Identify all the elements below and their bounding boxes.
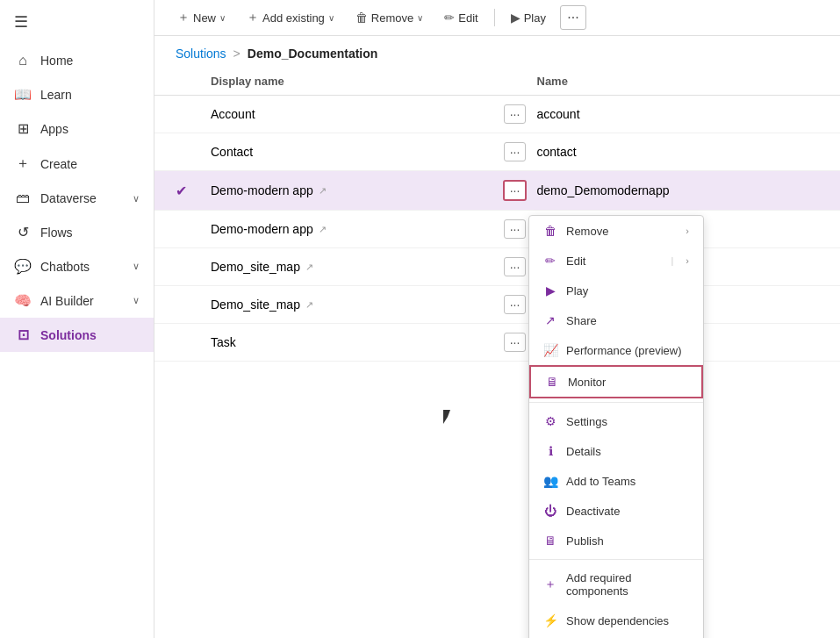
menu-item-details[interactable]: ℹ Details [529, 436, 703, 466]
menu-item-settings[interactable]: ⚙ Settings [529, 406, 703, 436]
sidebar-item-label: AI Builder [40, 294, 124, 308]
menu-item-show-dependencies[interactable]: ⚡ Show dependencies [529, 606, 703, 635]
row-more-button[interactable]: ··· [504, 257, 527, 276]
row-more-cell: ··· [493, 104, 537, 124]
plus-icon: ＋ [247, 10, 259, 25]
sidebar-item-ai-builder[interactable]: 🧠 AI Builder ∨ [0, 283, 154, 318]
table-row[interactable]: Account ··· account [154, 96, 840, 133]
menu-item-share[interactable]: ↗ Share [529, 305, 703, 335]
menu-item-label: Details [566, 445, 689, 458]
row-name-text: Task [211, 335, 236, 349]
external-link-icon: ↗ [305, 262, 313, 273]
sidebar-item-learn[interactable]: 📖 Learn [0, 77, 154, 111]
info-icon: ℹ [543, 444, 557, 458]
settings-icon: ⚙ [543, 414, 557, 428]
menu-item-label: Edit [566, 254, 662, 268]
row-name-text: Demo-modern app [211, 222, 313, 236]
external-link-icon: ↗ [305, 299, 313, 311]
remove-button[interactable]: 🗑 Remove ∨ [347, 6, 432, 29]
breadcrumb-solutions-link[interactable]: Solutions [176, 47, 226, 61]
sidebar-item-create[interactable]: ＋ Create [0, 146, 154, 182]
chatbots-icon: 💬 [14, 258, 32, 275]
teams-icon: 👥 [543, 474, 557, 488]
chevron-right-icon: › [686, 255, 689, 266]
header-actions-col [493, 75, 537, 88]
sidebar-item-solutions[interactable]: ⊡ Solutions [0, 318, 154, 352]
chevron-down-icon: ∨ [417, 13, 423, 23]
menu-item-add-to-teams[interactable]: 👥 Add to Teams [529, 466, 703, 496]
sidebar-item-flows[interactable]: ↺ Flows [0, 215, 154, 249]
menu-item-edit[interactable]: ✏ Edit | › [529, 246, 703, 276]
table-row[interactable]: Demo-modern app ↗ ··· [154, 211, 840, 248]
chevron-down-icon: ∨ [133, 295, 140, 306]
plus-icon: ＋ [177, 10, 190, 25]
row-name-text: Demo_site_map [211, 260, 300, 274]
add-existing-label: Add existing [262, 11, 325, 25]
sidebar-item-apps[interactable]: ⊞ Apps [0, 111, 154, 146]
menu-item-label: Add required components [566, 571, 689, 598]
sidebar-item-home[interactable]: ⌂ Home [0, 44, 154, 77]
row-display-name: Account [211, 107, 493, 121]
menu-item-monitor[interactable]: 🖥 Monitor [529, 365, 703, 398]
row-display-name: Demo-modern app ↗ [211, 222, 493, 236]
table-row[interactable]: Task ··· [154, 324, 840, 362]
menu-item-label: Deactivate [566, 505, 689, 518]
sidebar-item-label: Solutions [40, 328, 140, 342]
row-more-button[interactable]: ··· [504, 104, 527, 124]
edit-icon: ✏ [543, 254, 557, 268]
row-more-button[interactable]: ··· [503, 180, 528, 201]
more-button[interactable]: ··· [560, 5, 586, 30]
toolbar-divider [494, 9, 495, 26]
menu-item-performance[interactable]: 📈 Performance (preview) [529, 335, 703, 365]
edit-button[interactable]: ✏ Edit [435, 6, 486, 29]
table-row[interactable]: ✔ Demo-modern app ↗ ··· demo_Demomoderna… [154, 171, 840, 211]
more-icon: ··· [567, 10, 578, 25]
row-name-value: account [537, 107, 820, 121]
sidebar-item-chatbots[interactable]: 💬 Chatbots ∨ [0, 249, 154, 283]
menu-item-publish[interactable]: 🖥 Publish [529, 526, 703, 556]
new-button[interactable]: ＋ New ∨ [169, 5, 234, 30]
play-icon: ▶ [511, 11, 521, 25]
row-name-value: demo_Demomodernapp [537, 183, 820, 197]
hamburger-menu[interactable]: ☰ [0, 0, 154, 44]
add-existing-button[interactable]: ＋ Add existing ∨ [238, 5, 343, 30]
dataverse-icon: 🗃 [14, 190, 32, 206]
menu-item-remove[interactable]: 🗑 Remove › [529, 216, 703, 246]
table-row[interactable]: Demo_site_map ↗ ··· [154, 286, 840, 324]
row-display-name: Task [211, 335, 493, 349]
row-more-button[interactable]: ··· [504, 142, 527, 161]
row-more-button[interactable]: ··· [504, 295, 527, 314]
table-row[interactable]: Demo_site_map ↗ ··· [154, 248, 840, 286]
context-menu: 🗑 Remove › ✏ Edit | › ▶ Play ↗ Share 📈 P… [528, 215, 704, 638]
header-display-name: Display name [211, 75, 493, 88]
row-display-name: Demo-modern app ↗ [211, 183, 493, 197]
create-icon: ＋ [14, 154, 32, 173]
apps-icon: ⊞ [14, 120, 32, 137]
table-row[interactable]: Contact ··· contact [154, 133, 840, 171]
home-icon: ⌂ [14, 53, 32, 68]
row-more-cell: ··· [493, 180, 537, 201]
menu-item-deactivate[interactable]: ⏻ Deactivate [529, 496, 703, 526]
sidebar-item-label: Dataverse [40, 191, 124, 205]
monitor-icon: 🖥 [545, 375, 559, 389]
sidebar-item-label: Create [40, 157, 140, 171]
chevron-down-icon: ∨ [328, 13, 334, 23]
ai-builder-icon: 🧠 [14, 292, 32, 309]
menu-item-play[interactable]: ▶ Play [529, 276, 703, 305]
header-name: Name [537, 75, 820, 88]
chart-icon: 📈 [543, 343, 557, 357]
menu-item-label: Remove [566, 225, 677, 238]
chevron-right-icon: › [686, 226, 689, 236]
row-more-button[interactable]: ··· [504, 333, 527, 352]
play-button[interactable]: ▶ Play [502, 6, 555, 29]
row-more-button[interactable]: ··· [504, 219, 527, 239]
menu-item-label: Monitor [568, 376, 687, 389]
toolbar: ＋ New ∨ ＋ Add existing ∨ 🗑 Remove ∨ ✏ Ed… [154, 0, 840, 36]
menu-item-label: Play [566, 284, 689, 297]
trash-icon: 🗑 [355, 11, 368, 25]
sidebar-item-dataverse[interactable]: 🗃 Dataverse ∨ [0, 182, 154, 215]
header-check-col [176, 75, 211, 88]
menu-item-label: Settings [566, 415, 689, 428]
new-label: New [193, 11, 216, 25]
menu-item-add-required[interactable]: ＋ Add required components [529, 563, 703, 606]
